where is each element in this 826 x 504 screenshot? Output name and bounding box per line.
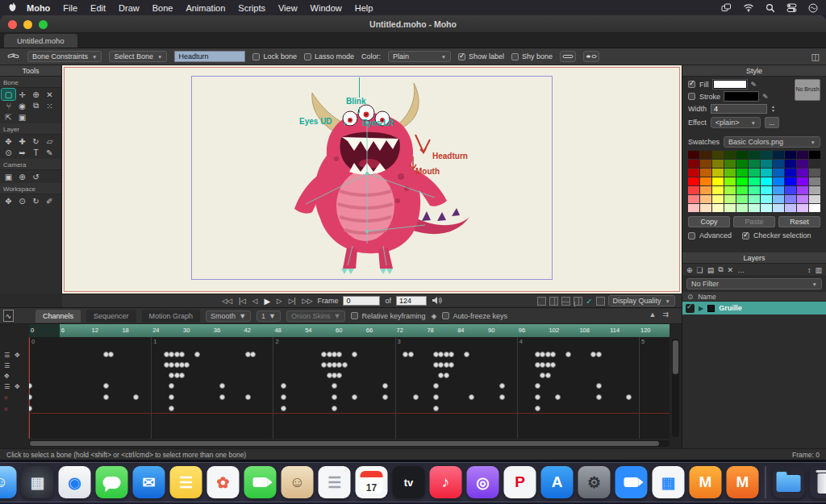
insert-text-tool-icon[interactable]: T <box>29 147 43 158</box>
close-window-button[interactable] <box>8 20 17 29</box>
delete-layer-button[interactable]: ✕ <box>728 266 734 274</box>
fill-color-swatch[interactable] <box>713 80 747 89</box>
bind-points-tool-icon[interactable]: ⁙ <box>43 100 56 111</box>
swatch-cell-5-0[interactable] <box>688 195 699 203</box>
menu-animation[interactable]: Animation <box>186 3 225 13</box>
layer-color-chip[interactable] <box>707 305 715 312</box>
timeline-horizontal-scrollbar[interactable] <box>29 440 670 447</box>
auto-freeze-checkbox[interactable]: Auto-freeze keys <box>442 312 507 320</box>
keyframe-channel-row-3-f61[interactable] <box>336 373 342 378</box>
swatch-cell-2-0[interactable] <box>688 169 699 177</box>
bone-name-input[interactable] <box>174 51 245 62</box>
keyframe-channel-row-5-f80[interactable] <box>433 394 439 400</box>
keyframe-channel-row-4-f70[interactable] <box>382 383 388 389</box>
keyframe-channel-row-6-f60[interactable] <box>332 406 337 411</box>
swatch-cell-5-8[interactable] <box>785 195 796 203</box>
swatch-cell-1-0[interactable] <box>688 160 699 168</box>
view-check-icon[interactable]: ✓ <box>586 297 592 306</box>
draw-tool-tool-icon[interactable]: ✎ <box>43 147 56 158</box>
swatch-cell-3-3[interactable] <box>724 177 736 185</box>
channel-row-1-channel-icon-1[interactable]: ✥ <box>15 352 20 359</box>
keyframe-channel-row-5-f87[interactable] <box>469 394 474 400</box>
follow-path-tool-icon[interactable]: ➥ <box>15 147 29 158</box>
swatch-cell-1-9[interactable] <box>797 160 808 168</box>
channel-row-4-channel-icon-1[interactable]: ✥ <box>15 383 20 390</box>
swatch-cell-6-2[interactable] <box>712 204 724 212</box>
pan-workspace-tool-icon[interactable]: ✥ <box>2 195 15 206</box>
dock-trash-icon[interactable] <box>810 466 826 498</box>
keyframe-channel-row-1-f61[interactable] <box>336 352 342 357</box>
dock-calendar-icon[interactable]: 17 <box>356 466 388 498</box>
swatch-cell-6-0[interactable] <box>688 204 699 212</box>
keyframe-channel-row-3-f102[interactable] <box>545 373 551 378</box>
layer-visibility-toggle[interactable] <box>686 304 695 313</box>
swatch-cell-2-9[interactable] <box>797 169 808 177</box>
collapse-layers-button[interactable]: ↕ <box>807 266 811 274</box>
keyframe-channel-row-6-f28[interactable] <box>169 406 174 411</box>
menu-file[interactable]: File <box>63 3 77 13</box>
keyframe-channel-row-2-f83[interactable] <box>448 362 454 368</box>
keyframe-channel-row-1-f33[interactable] <box>194 352 200 357</box>
tab-channels[interactable]: Channels <box>35 310 81 323</box>
swatch-cell-5-10[interactable] <box>809 195 820 203</box>
reset-button[interactable]: Reset <box>778 216 820 227</box>
dock-messages-icon[interactable] <box>96 466 128 498</box>
keyframe-channel-row-5-f112[interactable] <box>596 394 602 400</box>
step-forward-button[interactable]: ▷ <box>277 297 282 305</box>
dock-facetime-icon[interactable] <box>244 466 277 498</box>
orbit-workspace-tool-icon[interactable]: ✐ <box>43 195 56 206</box>
keyframe-channel-row-1-f83[interactable] <box>448 352 454 357</box>
swatch-cell-5-7[interactable] <box>773 195 784 203</box>
lasso-mode-checkbox[interactable]: Lasso mode <box>304 52 354 60</box>
swatch-cell-5-9[interactable] <box>797 195 808 203</box>
control-center-icon[interactable] <box>786 3 797 12</box>
keyframe-channel-row-1-f30[interactable] <box>179 352 185 357</box>
minimize-window-button[interactable] <box>23 20 32 29</box>
dock-launchpad-icon[interactable]: ▦ <box>22 466 54 498</box>
keyframe-channel-row-5-f28[interactable] <box>169 394 174 400</box>
zoom-workspace-tool-icon[interactable]: ⊙ <box>15 195 29 206</box>
swatch-cell-3-6[interactable] <box>761 177 772 185</box>
dock-photos-icon[interactable]: ✿ <box>207 466 240 498</box>
keyframe-channel-row-4-f50[interactable] <box>281 383 286 389</box>
swatch-cell-3-1[interactable] <box>700 177 711 185</box>
keyframe-channel-row-4-f15[interactable] <box>103 383 109 389</box>
dock-contacts-icon[interactable]: ☺ <box>282 466 314 498</box>
swatch-cell-4-10[interactable] <box>809 186 820 194</box>
transform-bone-tool-icon[interactable]: ✛ <box>15 89 29 100</box>
copy-button[interactable]: Copy <box>688 216 730 227</box>
show-bones-button[interactable] <box>560 51 576 62</box>
lock-bone-checkbox[interactable]: Lock bone <box>252 52 297 60</box>
keyframe-area[interactable]: 012345 <box>29 337 670 439</box>
add-bone-tool-icon[interactable]: ⊕ <box>29 89 43 100</box>
keyframe-channel-row-4-f38[interactable] <box>219 383 225 389</box>
windows-icon[interactable] <box>721 3 732 13</box>
keyframe-channel-row-5-f104[interactable] <box>555 394 561 400</box>
dock-safari-icon[interactable]: ◉ <box>59 466 91 498</box>
fill-eyedropper-icon[interactable]: ✎ <box>751 81 757 89</box>
swatch-cell-6-10[interactable] <box>809 204 820 212</box>
jump-start-button[interactable]: ◁◁ <box>222 297 232 305</box>
relative-keyframing-checkbox[interactable]: Relative keyframing <box>351 312 425 320</box>
panels-toggle-icon[interactable]: ◫ <box>811 52 820 62</box>
swatch-cell-6-1[interactable] <box>700 204 711 212</box>
swatch-cell-0-1[interactable] <box>700 151 711 159</box>
swatch-cell-1-8[interactable] <box>785 160 796 168</box>
swatch-cell-0-4[interactable] <box>736 151 748 159</box>
safe-zone-toggle[interactable] <box>596 297 605 306</box>
swatch-cell-1-3[interactable] <box>724 160 736 168</box>
dock-zoom-icon[interactable] <box>615 466 648 498</box>
layer-expand-arrow[interactable]: ▶ <box>699 305 703 312</box>
interpolation-dropdown[interactable]: Smooth▼ <box>206 310 251 322</box>
keyframe-channel-row-4-f0[interactable] <box>29 383 32 389</box>
keyframe-channel-row-5-f76[interactable] <box>413 394 419 400</box>
bone-constraints-dropdown[interactable]: Bone Constraints▼ <box>27 51 102 62</box>
next-keyframe-button[interactable]: ▷| <box>289 297 296 305</box>
play-button[interactable]: ▶ <box>264 297 270 306</box>
keyframe-channel-row-6-f50[interactable] <box>281 406 286 411</box>
stroke-checkbox[interactable] <box>688 93 695 100</box>
swatch-cell-1-2[interactable] <box>712 160 724 168</box>
stroke-color-swatch[interactable] <box>724 92 758 101</box>
swatches-dropdown[interactable]: Basic Colors.png▼ <box>724 136 820 148</box>
keyframe-channel-row-5-f50[interactable] <box>281 394 286 400</box>
